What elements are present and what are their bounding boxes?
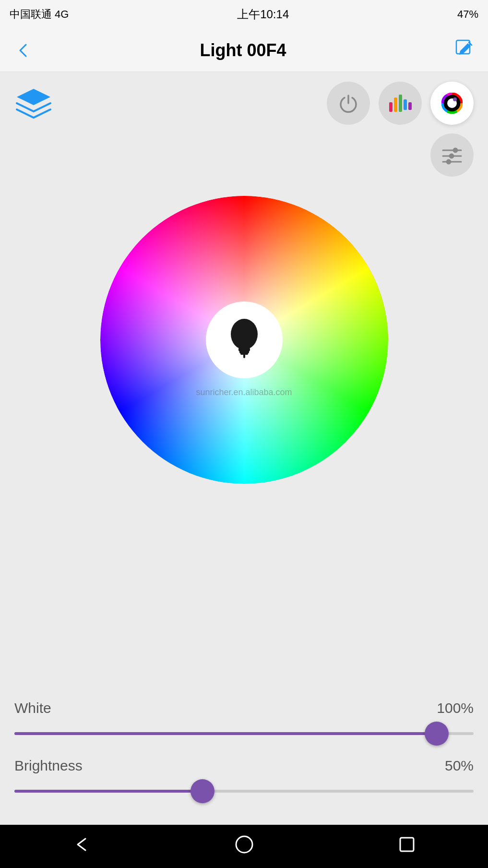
svg-rect-25	[400, 838, 414, 851]
brightness-slider-thumb[interactable]	[190, 779, 214, 803]
svg-rect-3	[399, 95, 402, 112]
bottom-nav	[0, 825, 488, 868]
svg-rect-2	[394, 97, 397, 112]
svg-point-11	[453, 148, 458, 153]
brightness-slider-fill	[14, 790, 202, 793]
white-slider-group: White 100%	[14, 700, 474, 743]
svg-rect-1	[389, 102, 393, 112]
svg-point-13	[449, 154, 454, 158]
svg-point-24	[236, 836, 252, 853]
time-text: 上午10:14	[237, 7, 289, 22]
controls-row	[14, 82, 474, 177]
color-picker-button[interactable]	[430, 82, 474, 125]
status-bar: 中国联通 4G 上午10:14 47%	[0, 0, 488, 29]
svg-point-15	[446, 159, 451, 164]
white-label-row: White 100%	[14, 700, 474, 716]
sliders-section: White 100% Brightness 50%	[0, 690, 488, 825]
layers-icon[interactable]	[14, 86, 53, 122]
main-content: sunricher.en.alibaba.com	[0, 72, 488, 690]
svg-point-19	[231, 319, 258, 350]
battery-text: 47%	[457, 8, 478, 21]
right-buttons	[327, 82, 474, 177]
white-slider-thumb[interactable]	[425, 722, 449, 746]
brightness-slider-track[interactable]	[14, 790, 474, 793]
back-button[interactable]	[14, 42, 32, 59]
brightness-slider-group: Brightness 50%	[14, 758, 474, 801]
svg-rect-4	[404, 99, 407, 110]
white-slider-fill	[14, 732, 437, 735]
color-wheel[interactable]	[100, 196, 388, 484]
nav-home-button[interactable]	[220, 830, 268, 863]
color-wheel-container[interactable]: sunricher.en.alibaba.com	[100, 196, 388, 484]
white-slider-track-container[interactable]	[14, 724, 474, 743]
music-button[interactable]	[379, 82, 422, 125]
power-button[interactable]	[327, 82, 370, 125]
nav-back-button[interactable]	[58, 830, 106, 863]
adjust-sliders-button[interactable]	[430, 133, 474, 177]
white-slider-track[interactable]	[14, 732, 474, 735]
edit-button[interactable]	[454, 38, 474, 62]
page-title: Light 00F4	[200, 40, 286, 60]
carrier-text: 中国联通 4G	[10, 7, 69, 22]
svg-rect-5	[408, 102, 412, 110]
brightness-label-row: Brightness 50%	[14, 758, 474, 774]
watermark: sunricher.en.alibaba.com	[196, 387, 292, 398]
top-nav: Light 00F4	[0, 29, 488, 72]
nav-recent-button[interactable]	[383, 830, 431, 863]
white-label: White	[14, 700, 51, 716]
brightness-slider-track-container[interactable]	[14, 782, 474, 801]
brightness-value: 50%	[445, 758, 474, 774]
white-value: 100%	[437, 700, 474, 716]
svg-point-9	[453, 97, 457, 101]
brightness-label: Brightness	[14, 758, 83, 774]
top-icon-row	[327, 82, 474, 125]
